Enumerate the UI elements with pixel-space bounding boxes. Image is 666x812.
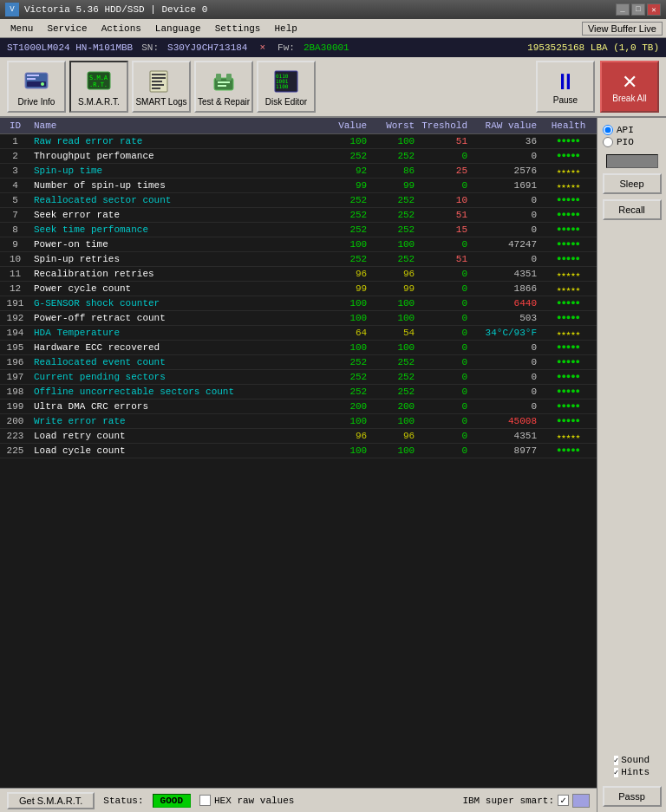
cell-raw: 2576 xyxy=(471,164,540,179)
cell-id: 2 xyxy=(0,149,30,164)
passp-button[interactable]: Passp xyxy=(603,786,662,807)
drive-bar: ST1000LM024 HN-M101MBB SN: S30YJ9CH71318… xyxy=(0,38,666,57)
cell-threshold: 25 xyxy=(418,164,471,179)
drive-info-icon xyxy=(23,68,50,95)
menu-menu[interactable]: Menu xyxy=(3,22,40,36)
window-controls[interactable]: _ □ ✕ xyxy=(616,3,661,16)
cell-id: 223 xyxy=(0,429,30,444)
sleep-button[interactable]: Sleep xyxy=(603,173,662,194)
cell-worst: 99 xyxy=(370,179,418,193)
maximize-button[interactable]: □ xyxy=(631,3,645,16)
cell-id: 192 xyxy=(0,311,30,326)
cell-worst: 252 xyxy=(370,355,418,370)
menu-service[interactable]: Service xyxy=(40,22,94,36)
cell-value: 100 xyxy=(323,296,370,311)
col-id: ID xyxy=(0,118,30,134)
cell-id: 4 xyxy=(0,179,30,193)
api-radio[interactable] xyxy=(603,125,613,135)
cell-health: ★★★★★ xyxy=(540,429,597,444)
svg-rect-16 xyxy=(226,74,232,81)
sound-checkbox[interactable]: ✓ xyxy=(614,756,618,765)
sound-label: Sound xyxy=(621,755,650,765)
cell-value: 99 xyxy=(323,179,370,193)
recall-button[interactable]: Recall xyxy=(603,199,662,220)
cell-worst: 54 xyxy=(370,326,418,341)
cell-threshold: 0 xyxy=(418,429,471,444)
pio-radio-row[interactable]: PIO xyxy=(603,137,661,147)
cell-worst: 100 xyxy=(370,311,418,326)
hints-checkbox-row[interactable]: ✓ Hints xyxy=(614,767,650,777)
cell-id: 200 xyxy=(0,414,30,429)
cell-name: Ultra DMA CRC errors xyxy=(30,400,323,414)
cell-name: Seek time perfomance xyxy=(30,223,323,237)
cell-worst: 252 xyxy=(370,223,418,237)
ibm-super-checkbox[interactable]: ✓ xyxy=(558,795,569,806)
cell-name: Hardware ECC recovered xyxy=(30,341,323,355)
cell-raw: 0 xyxy=(471,355,540,370)
cell-id: 197 xyxy=(0,370,30,385)
pio-radio[interactable] xyxy=(603,137,613,147)
menu-actions[interactable]: Actions xyxy=(95,22,148,36)
cell-name: G-SENSOR shock counter xyxy=(30,296,323,311)
cell-health: ●●●●● xyxy=(540,385,597,400)
cell-threshold: 0 xyxy=(418,282,471,296)
hex-raw-checkbox[interactable] xyxy=(199,795,211,806)
cell-threshold: 0 xyxy=(418,400,471,414)
cell-id: 12 xyxy=(0,282,30,296)
pause-button[interactable]: ⏸ Pause xyxy=(536,61,595,113)
menu-language[interactable]: Language xyxy=(148,22,208,36)
status-label: Status: xyxy=(103,796,143,806)
table-row: 12 Power cycle count 99 99 0 1866 ★★★★★ xyxy=(0,282,597,296)
smart-area: ID Name Value Worst Treshold RAW value H… xyxy=(0,118,597,812)
cell-id: 9 xyxy=(0,237,30,252)
cell-value: 252 xyxy=(323,370,370,385)
cell-raw: 8977 xyxy=(471,444,540,458)
cell-worst: 100 xyxy=(370,296,418,311)
svg-point-2 xyxy=(41,82,44,86)
smart-label: S.M.A.R.T. xyxy=(78,97,120,107)
cell-health: ●●●●● xyxy=(540,252,597,267)
menu-help[interactable]: Help xyxy=(267,22,304,36)
break-all-button[interactable]: ✕ Break All xyxy=(600,61,659,113)
cell-name: Power-on time xyxy=(30,237,323,252)
cell-worst: 252 xyxy=(370,193,418,208)
menu-settings[interactable]: Settings xyxy=(208,22,268,36)
cell-health: ●●●●● xyxy=(540,400,597,414)
cell-value: 92 xyxy=(323,164,370,179)
svg-rect-4 xyxy=(27,78,36,80)
disk-editor-button[interactable]: 0110 1001 1100 Disk Editor xyxy=(257,61,316,113)
cell-id: 3 xyxy=(0,164,30,179)
ibm-super-smart-group[interactable]: IBM super smart: ✓ xyxy=(462,794,590,808)
smart-button[interactable]: S.M.A .R.T. S.M.A.R.T. xyxy=(69,61,128,113)
cell-value: 64 xyxy=(323,326,370,341)
test-repair-label: Test & Repair xyxy=(198,97,250,107)
cell-id: 225 xyxy=(0,444,30,458)
drive-close-button[interactable]: × xyxy=(256,42,269,53)
hex-raw-checkbox-group[interactable]: HEX raw values xyxy=(199,795,294,806)
smart-logs-button[interactable]: SMART Logs xyxy=(132,61,191,113)
svg-text:S.M.A: S.M.A xyxy=(89,75,108,81)
disk-editor-icon: 0110 1001 1100 xyxy=(272,68,300,95)
hints-label: Hints xyxy=(621,767,650,777)
cell-threshold: 0 xyxy=(418,341,471,355)
pause-icon: ⏸ xyxy=(554,68,577,95)
get-smart-button[interactable]: Get S.M.A.R.T. xyxy=(7,792,95,809)
cell-health: ●●●●● xyxy=(540,296,597,311)
api-radio-row[interactable]: API xyxy=(603,125,661,135)
break-all-label: Break All xyxy=(612,94,646,103)
cell-raw: 6440 xyxy=(471,296,540,311)
hints-checkbox[interactable]: ✓ xyxy=(614,768,618,777)
close-button[interactable]: ✕ xyxy=(647,3,661,16)
cell-value: 252 xyxy=(323,208,370,223)
view-buffer-button[interactable]: View Buffer Live xyxy=(582,22,663,36)
menu-bar: Menu Service Actions Language Settings H… xyxy=(0,19,666,38)
minimize-button[interactable]: _ xyxy=(616,3,630,16)
cell-health: ★★★★★ xyxy=(540,326,597,341)
right-panel: API PIO Sleep Recall ✓ Sound ✓ Hints Pas… xyxy=(597,118,666,812)
cell-id: 5 xyxy=(0,193,30,208)
cell-health: ●●●●● xyxy=(540,414,597,429)
sound-checkbox-row[interactable]: ✓ Sound xyxy=(614,755,650,765)
smart-table-container[interactable]: ID Name Value Worst Treshold RAW value H… xyxy=(0,118,597,788)
test-repair-button[interactable]: Test & Repair xyxy=(194,61,253,113)
drive-info-button[interactable]: Drive Info xyxy=(7,61,66,113)
